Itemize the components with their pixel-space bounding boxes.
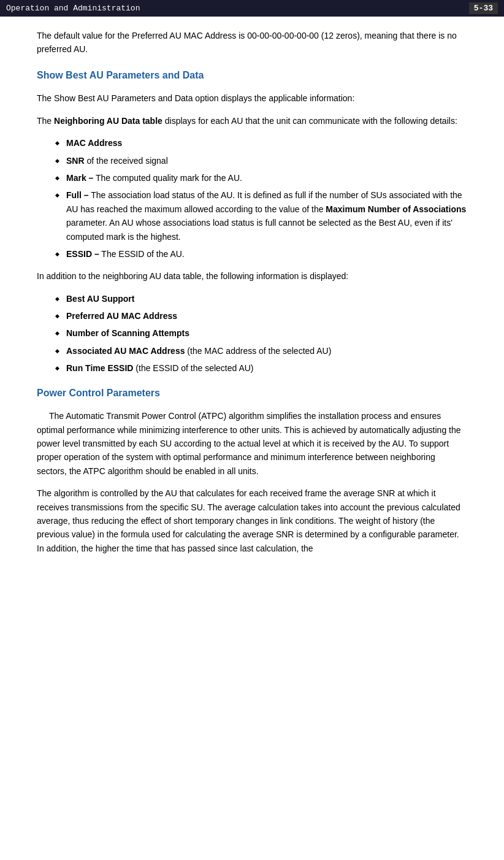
page-number: 5-33 xyxy=(469,2,498,14)
section2-heading: Power Control Parameters xyxy=(37,385,467,401)
bullet2-item4: Associated AU MAC Address (the MAC addre… xyxy=(55,344,467,358)
bullet2-item5-rest: (the ESSID of the selected AU) xyxy=(133,363,253,373)
section1-para2-suffix: displays for each AU that the unit can c… xyxy=(162,116,457,126)
header-title: Operation and Administration xyxy=(6,4,140,13)
bullet1-item4-extra-rest: parameter. An AU whose associations load… xyxy=(66,218,452,241)
bullet2-item3: Number of Scanning Attempts xyxy=(55,326,467,340)
bullets1-list: MAC Address SNR of the received signal M… xyxy=(55,136,467,261)
section2-para2: The algorithm is controlled by the AU th… xyxy=(37,486,467,555)
bullet2-item1: Best AU Support xyxy=(55,292,467,305)
section1-para3: In addition to the neighboring AU data t… xyxy=(37,269,467,283)
bullet2-item5: Run Time ESSID (the ESSID of the selecte… xyxy=(55,361,467,375)
section1-heading: Show Best AU Parameters and Data xyxy=(37,67,467,83)
bullet1-item4-bold: Full – xyxy=(66,190,89,200)
bullet2-item3-bold: Number of Scanning Attempts xyxy=(66,328,189,338)
bullet2-item4-rest: (the MAC address of the selected AU) xyxy=(185,346,331,356)
header-bar: Operation and Administration 5-33 xyxy=(0,0,504,17)
bullet2-item1-bold: Best AU Support xyxy=(66,294,134,304)
bullets2-list: Best AU Support Preferred AU MAC Address… xyxy=(55,292,467,375)
bullet2-item5-bold: Run Time ESSID xyxy=(66,363,133,373)
section1-para2: The Neighboring AU Data table displays f… xyxy=(37,114,467,128)
bullet1-item3-bold: Mark – xyxy=(66,173,93,183)
bullet1-item2: SNR of the received signal xyxy=(55,154,467,167)
bullet1-item5: ESSID – The ESSID of the AU. xyxy=(55,247,467,261)
bullet1-item5-rest: The ESSID of the AU. xyxy=(99,249,185,259)
bullet1-item2-bold: SNR xyxy=(66,156,85,166)
bullet1-item5-bold: ESSID – xyxy=(66,249,99,259)
bullet2-item4-bold: Associated AU MAC Address xyxy=(66,346,185,356)
bullet2-item2-bold: Preferred AU MAC Address xyxy=(66,311,177,321)
section2-para1: The Automatic Transmit Power Control (AT… xyxy=(37,409,467,478)
bullet2-item2: Preferred AU MAC Address xyxy=(55,309,467,323)
bullet1-item3: Mark – The computed quality mark for the… xyxy=(55,171,467,185)
section1-para2-bold: Neighboring AU Data table xyxy=(54,116,162,126)
section1-para1: The Show Best AU Parameters and Data opt… xyxy=(37,91,467,105)
section1-para2-prefix: The xyxy=(37,116,54,126)
bullet1-item1: MAC Address xyxy=(55,136,467,150)
intro-paragraph: The default value for the Preferred AU M… xyxy=(37,29,467,56)
bullet1-item1-bold: MAC Address xyxy=(66,138,122,148)
bullet1-item4: Full – The association load status of th… xyxy=(55,188,467,244)
bullet1-item4-extra-bold: Maximum Number of Associations xyxy=(326,204,466,214)
main-content: The default value for the Preferred AU M… xyxy=(0,17,504,576)
bullet1-item2-rest: of the received signal xyxy=(85,156,168,166)
bullet1-item3-rest: The computed quality mark for the AU. xyxy=(93,173,242,183)
